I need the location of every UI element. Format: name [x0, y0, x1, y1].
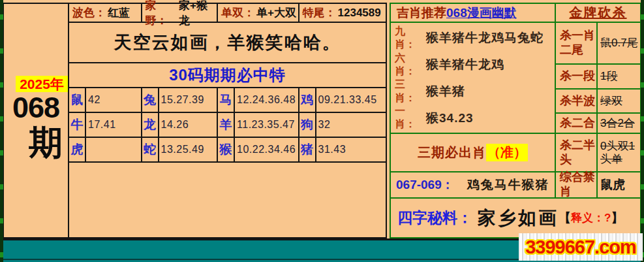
period-range-label: 067-069： [396, 176, 454, 193]
recommend-prefix: 吉肖推荐 [397, 5, 446, 22]
slogan-text: 天空云如画，羊猴笑哈哈。 [114, 31, 341, 54]
lottery-chart-page: 2025年 068 期 波色： 红蓝 家野： 家+猴龙 单双： 单+大双 特尾：… [0, 0, 644, 262]
zodiac-cell-rat: 鼠 42 [69, 88, 142, 112]
zodiac-numbers: 14.26 [159, 113, 217, 137]
gold-kill-title: 金牌砍杀 [570, 4, 627, 22]
zodiac-cell-ox: 牛 17.41 [69, 113, 142, 137]
xiao-tier-labels: 九 肖： 六 肖： 三 肖： 一 肖： [391, 23, 416, 133]
gold-kill-header-cell: 金牌砍杀 [556, 4, 640, 23]
zodiac-numbers [86, 138, 141, 161]
attribute-header-row: 波色： 红蓝 家野： 家+猴龙 单双： 单+大双 特尾： 1234589 [69, 4, 386, 23]
issue-panel: 2025年 068 期 [3, 3, 69, 238]
comic-humor-link[interactable]: 068漫画幽默 [446, 5, 517, 22]
one-xiao-value: 猴34.23 [426, 110, 555, 127]
zodiac-numbers: 15.27.39 [159, 88, 217, 112]
wave-color-value: 红蓝 [108, 5, 130, 20]
zodiac-label: 兔 [142, 88, 159, 112]
zodiac-cell-rooster: 鸡 09.21.33.45 [299, 88, 386, 112]
kill-one-segment-label: 杀一段 [556, 65, 598, 90]
zodiac-label: 虎 [69, 138, 86, 161]
kill-two-half-head-value: 0头双1头单 [598, 134, 640, 172]
left-edge-decoration [0, 0, 3, 262]
kill-one-xiao-two-tail-label: 杀一肖二尾 [556, 23, 598, 65]
zodiac-row-3: 虎 蛇 13.25.49 猴 10.22.34.46 猪 31.43 [69, 138, 386, 163]
zodiac-row-1: 鼠 42 兔 15.27.39 马 12.24.36.48 鸡 09.21.33… [69, 88, 386, 113]
four-char-secret-value: 家乡如画 [478, 206, 559, 231]
three-xiao-value: 猴羊猪 [426, 83, 555, 100]
slogan-row: 天空云如画，羊猴笑哈哈。 [69, 23, 386, 63]
period-range-value: 鸡兔马牛猴猪 [467, 176, 549, 193]
recommendation-panel: 吉肖推荐 068漫画幽默 金牌砍杀 九 肖： 六 肖： 三 肖： 一 肖： 猴羊… [390, 3, 641, 238]
zodiac-label: 鼠 [69, 88, 86, 112]
zodiac-label: 猴 [218, 138, 235, 161]
issue-number: 068 [4, 92, 68, 123]
zodiac-label: 鸡 [299, 88, 316, 112]
zodiac-cell-snake: 蛇 13.25.49 [142, 138, 219, 161]
secret-meaning-note: 释义：? [571, 210, 611, 225]
zodiac-label: 蛇 [142, 138, 159, 161]
zodiac-numbers: 10.22.34.46 [235, 138, 298, 161]
zodiac-numbers: 11.23.35.47 [235, 113, 298, 137]
period-range-cell: 067-069： 鸡兔马牛猴猪 [391, 172, 556, 199]
combined-forbidden-xiao-label: 综合禁肖 [556, 172, 598, 199]
bracket-close: 】 [611, 210, 623, 227]
zodiac-cell-dog: 狗 32 [299, 113, 386, 137]
zodiac-row-2: 牛 17.41 龙 14.26 羊 11.23.35.47 狗 32 [69, 113, 386, 138]
issue-suffix: 期 [4, 123, 68, 161]
kill-half-wave-label: 杀半波 [556, 90, 598, 114]
kill-one-xiao-two-tail-value: 鼠0.7尾 [598, 23, 640, 65]
zodiac-label: 马 [218, 88, 235, 112]
zodiac-cell-monkey: 猴 10.22.34.46 [218, 138, 299, 161]
six-xiao-value: 猴羊猪牛龙鸡 [426, 56, 555, 73]
zodiac-cell-dragon: 龙 14.26 [142, 113, 219, 137]
special-tail-cell: 特尾： 1234589 [299, 4, 386, 22]
wave-color-cell: 波色： 红蓝 [69, 4, 142, 22]
zodiac-cell-goat: 羊 11.23.35.47 [218, 113, 299, 137]
three-period-accurate-mark: （准） [486, 144, 528, 161]
odd-even-label: 单双： [221, 5, 254, 20]
home-wild-cell: 家野： 家+猴龙 [142, 4, 219, 22]
zodiac-numbers: 31.43 [316, 138, 386, 161]
four-char-secret-label: 四字秘料： [397, 208, 472, 228]
kill-half-wave-value: 绿双 [598, 90, 640, 114]
zodiac-label: 羊 [218, 113, 235, 137]
special-tail-value: 1234589 [338, 7, 381, 20]
zodiac-cell-tiger: 虎 [69, 138, 142, 161]
special-tail-label: 特尾： [303, 5, 336, 20]
empty-area [69, 163, 386, 237]
zodiac-numbers: 42 [86, 88, 141, 112]
site-url[interactable]: 3399667.com [525, 237, 636, 258]
site-watermark[interactable]: 3399667.com [519, 233, 643, 261]
zodiac-numbers: 13.25.49 [159, 138, 217, 161]
kill-two-sum-value: 3合2合 [598, 114, 640, 134]
kill-two-half-head-label: 杀二半头 [556, 134, 598, 172]
zodiac-label: 猪 [299, 138, 316, 161]
zodiac-label: 狗 [299, 113, 316, 137]
kill-two-sum-label: 杀二合 [556, 114, 598, 134]
three-period-cell: 三期必出肖 （准） [391, 134, 556, 172]
nine-xiao-value: 猴羊猪牛龙鸡马兔蛇 [426, 29, 555, 46]
combined-forbidden-xiao-value: 鼠虎 [598, 172, 640, 199]
zodiac-label: 牛 [69, 113, 86, 137]
year-badge: 2025年 [16, 76, 68, 92]
subtitle-text: 30码期期必中特 [169, 65, 286, 86]
odd-even-value: 单+大双 [256, 5, 296, 20]
right-edge-decoration [641, 0, 644, 262]
zodiac-cell-horse: 马 12.24.36.48 [218, 88, 299, 112]
zodiac-numbers: 32 [316, 113, 386, 137]
lucky-zodiac-block: 九 肖： 六 肖： 三 肖： 一 肖： 猴羊猪牛龙鸡马兔蛇 猴羊猪牛龙鸡 猴羊猪… [391, 23, 556, 134]
three-period-title: 三期必出肖 [418, 144, 486, 161]
zodiac-label: 龙 [142, 113, 159, 137]
kill-one-segment-value: 1段 [598, 65, 640, 90]
recommend-header-cell: 吉肖推荐 068漫画幽默 [391, 4, 556, 23]
odd-even-cell: 单双： 单+大双 [218, 4, 299, 22]
subtitle-row: 30码期期必中特 [69, 63, 386, 88]
zodiac-numbers: 17.41 [86, 113, 141, 137]
zodiac-numbers: 12.24.36.48 [235, 88, 298, 112]
zodiac-numbers: 09.21.33.45 [316, 88, 386, 112]
bracket-open: 【 [559, 210, 571, 227]
zodiac-cell-rabbit: 兔 15.27.39 [142, 88, 219, 112]
xiao-tier-values: 猴羊猪牛龙鸡马兔蛇 猴羊猪牛龙鸡 猴羊猪 猴34.23 [416, 23, 555, 133]
main-table: 波色： 红蓝 家野： 家+猴龙 单双： 单+大双 特尾： 1234589 天空云… [69, 3, 387, 238]
four-char-secret-cell: 四字秘料： 家乡如画 【 释义：? 】 [391, 199, 640, 237]
